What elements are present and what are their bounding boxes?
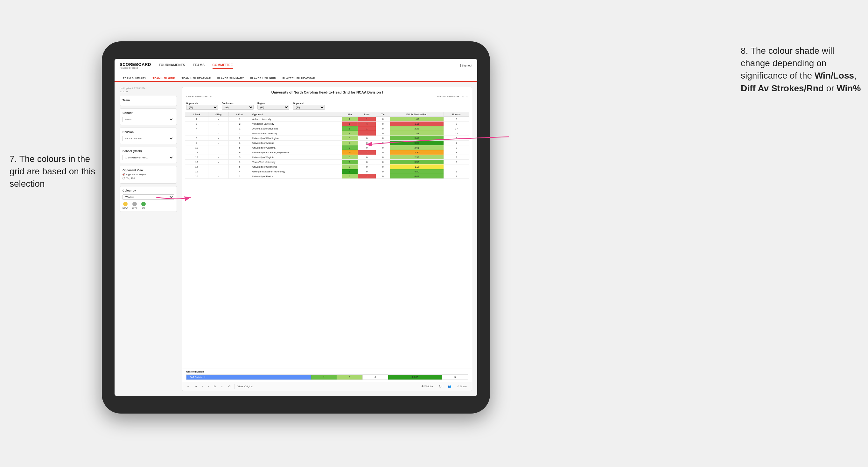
nav-teams[interactable]: TEAMS [193, 62, 205, 69]
cell-rank: 12 [185, 155, 209, 160]
conference-select[interactable]: (All) [222, 105, 254, 110]
cell-loss: 0 [358, 136, 376, 141]
cell-loss: 1 [358, 174, 376, 179]
cell-win: 5 [342, 169, 358, 174]
filter-opponent: Opponent (All) [293, 102, 325, 110]
cell-reg: - [208, 136, 228, 141]
sub-nav-player-summary[interactable]: PLAYER SUMMARY [214, 75, 247, 82]
sub-nav-team-h2h-heatmap[interactable]: TEAM H2H HEATMAP [179, 75, 214, 82]
cell-reg: - [208, 174, 228, 179]
app-logo: SCOREBOARD [120, 62, 151, 67]
cell-conf: 4 [228, 169, 251, 174]
out-win: 1 [311, 375, 337, 380]
cell-diff: 3.67 [390, 136, 443, 141]
sub-nav-player-h2h-heatmap[interactable]: PLAYER H2H HEATMAP [279, 75, 318, 82]
cell-reg: - [208, 122, 228, 126]
sub-nav-team-h2h-grid[interactable]: TEAM H2H GRID [150, 75, 179, 82]
cell-conf: 2 [228, 131, 251, 136]
cell-diff: 2.33 [390, 155, 443, 160]
annotation-right: 8. The colour shade will change dependin… [741, 44, 862, 94]
users-btn[interactable]: 👥 [447, 384, 453, 388]
cell-rounds: 17 [443, 126, 469, 131]
cell-rounds: 12 [443, 131, 469, 136]
division-section: Division NCAA Division I [120, 128, 177, 144]
watch-btn[interactable]: 👁 Watch ▾ [420, 384, 435, 388]
legend-level: Level [132, 202, 137, 209]
nav-fwd-btn[interactable]: › [207, 384, 210, 388]
cell-opponent: Vanderbilt University [251, 122, 342, 126]
cell-opponent: University of Arizona [251, 141, 342, 145]
cell-tie: 0 [376, 122, 390, 126]
cell-diff: -4.33 [390, 150, 443, 155]
cell-rounds: 8 [443, 145, 469, 150]
opponent-select[interactable]: (All) [293, 105, 325, 110]
col-rank: # Rank [185, 112, 209, 117]
division-select[interactable]: NCAA Division I [123, 136, 174, 141]
cell-conf: 2 [228, 174, 251, 179]
cell-win: 4 [342, 131, 358, 136]
table-row: 15 - 4 Georgia Institute of Technology 5… [185, 169, 469, 174]
cell-tie: 0 [376, 174, 390, 179]
school-select[interactable]: 1. University of Nort... [123, 155, 174, 160]
last-updated: Last Updated: 27/03/2024 16:55:38 [120, 87, 177, 93]
cell-reg: - [208, 131, 228, 136]
copy-btn[interactable]: ⧉ [213, 384, 217, 389]
main-nav: TOURNAMENTS TEAMS COMMITTEE [159, 62, 233, 69]
share-btn[interactable]: ↗ Share [456, 384, 468, 388]
cell-win: 2 [342, 117, 358, 122]
cell-reg: - [208, 164, 228, 169]
out-row: NCAA Division II 1 0 0 26.00 3 [186, 375, 468, 380]
region-select[interactable]: (All) [257, 105, 289, 110]
timer-btn[interactable]: ⏱ [227, 384, 232, 388]
cell-diff: 4.50 [390, 169, 443, 174]
cell-diff: -1.00 [390, 164, 443, 169]
table-row: 4 - 1 Arizona State University 5 1 0 2.2… [185, 126, 469, 131]
cell-win: 3 [342, 174, 358, 179]
opponent-view-label: Opponent View [123, 168, 174, 172]
redo-btn[interactable]: ↪ [193, 384, 198, 388]
cell-rank: 15 [185, 169, 209, 174]
comment-btn[interactable]: 💬 [438, 384, 443, 388]
cell-conf: 1 [228, 160, 251, 164]
out-tie: 0 [363, 375, 388, 380]
sub-nav: TEAM SUMMARY TEAM H2H GRID TEAM H2H HEAT… [115, 72, 477, 82]
cell-rounds: 3 [443, 150, 469, 155]
radio-dot-top100 [123, 177, 125, 179]
cell-loss: 1 [358, 150, 376, 155]
table-row: 14 - 6 University of Oklahoma 1 0 0 -1.0… [185, 164, 469, 169]
cell-loss: 0 [358, 164, 376, 169]
opponents-select[interactable]: (All) [186, 105, 218, 110]
cell-tie: 0 [376, 117, 390, 122]
cell-loss: 2 [358, 131, 376, 136]
cell-diff: 2.28 [390, 126, 443, 131]
cell-rank: 10 [185, 145, 209, 150]
gender-select[interactable]: Men's Women's [123, 117, 174, 122]
nav-tournaments[interactable]: TOURNAMENTS [159, 62, 185, 69]
paste-btn[interactable]: ⌅ [220, 384, 224, 388]
annotation-left: 7. The colours in the grid are based on … [9, 153, 99, 190]
cell-rank: 14 [185, 164, 209, 169]
sub-nav-player-h2h-grid[interactable]: PLAYER H2H GRID [247, 75, 279, 82]
undo-btn[interactable]: ↩ [186, 384, 191, 388]
radio-opponents-played[interactable]: Opponents Played [123, 173, 174, 176]
radio-top100[interactable]: Top 100 [123, 177, 174, 180]
nav-committee[interactable]: COMMITTEE [213, 62, 233, 69]
team-section: Team [120, 96, 177, 106]
sub-nav-team-summary[interactable]: TEAM SUMMARY [120, 75, 150, 82]
gender-section: Gender Men's Women's [120, 108, 177, 125]
school-label: School (Rank) [123, 150, 174, 153]
colour-by-select[interactable]: Win/loss Diff Av Strokes/Rnd Win% [123, 194, 174, 200]
colour-section: Colour by Win/loss Diff Av Strokes/Rnd W… [120, 186, 177, 212]
cell-win: 3 [342, 160, 358, 164]
logo-area: SCOREBOARD Powered by clippd [120, 62, 151, 69]
out-of-division: Out of division NCAA Division II 1 0 0 2… [182, 368, 472, 382]
table-row: 11 - 6 University of Arkansas, Fayettevi… [185, 150, 469, 155]
cell-tie: 0 [376, 131, 390, 136]
overall-record: Overall Record: 89 - 17 - 0 [186, 95, 216, 98]
sign-out-link[interactable]: | Sign out [460, 64, 472, 67]
grid-record-row: Overall Record: 89 - 17 - 0 Division Rec… [186, 95, 468, 98]
nav-back-btn[interactable]: ‹ [201, 384, 204, 388]
cell-rank: 6 [185, 131, 209, 136]
grid-title: University of North Carolina Head-to-Hea… [186, 90, 468, 94]
out-rounds: 3 [442, 375, 468, 380]
